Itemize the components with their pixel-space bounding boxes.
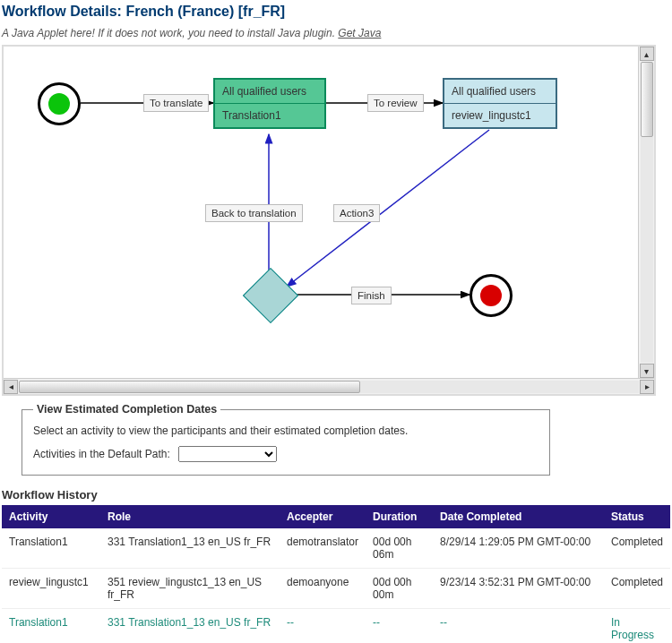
get-java-link[interactable]: Get Java bbox=[338, 27, 381, 39]
scroll-up-icon[interactable]: ▴ bbox=[640, 47, 654, 61]
cell-accepter: demotranslator bbox=[280, 528, 366, 569]
col-role: Role bbox=[100, 505, 280, 528]
scroll-right-icon[interactable]: ▸ bbox=[640, 380, 654, 394]
end-node-icon[interactable] bbox=[470, 274, 513, 317]
cell-activity: review_lingustc1 bbox=[2, 569, 100, 609]
page-title: Workflow Details: French (France) [fr_FR… bbox=[0, 0, 672, 27]
col-status: Status bbox=[604, 505, 670, 528]
cell-duration: 00d 00h 06m bbox=[366, 528, 433, 569]
role-link[interactable]: 331 Translation1_13 en_US fr_FR bbox=[108, 536, 271, 548]
cell-activity: Translation1 bbox=[2, 609, 100, 644]
edge-label-back: Back to translation bbox=[205, 204, 303, 222]
workflow-history-table: Activity Role Accepter Duration Date Com… bbox=[2, 505, 670, 643]
col-date: Date Completed bbox=[433, 505, 604, 528]
cell-date: 8/29/14 1:29:05 PM GMT-00:00 bbox=[433, 528, 604, 569]
view-estimated-desc: Select an activity to view the participa… bbox=[33, 424, 538, 437]
applet-note-text: A Java Applet here! If it does not work,… bbox=[2, 27, 335, 39]
col-activity: Activity bbox=[2, 505, 100, 528]
cell-date: 9/23/14 3:52:31 PM GMT-00:00 bbox=[433, 569, 604, 609]
canvas-hscrollbar[interactable]: ◂ ▸ bbox=[4, 378, 654, 394]
scroll-left-icon[interactable]: ◂ bbox=[4, 380, 18, 394]
canvas-vscrollbar[interactable]: ▴ ▾ bbox=[638, 47, 654, 378]
node-review-line1: All qualified users bbox=[444, 80, 556, 104]
view-estimated-fieldset: View Estimated Completion Dates Select a… bbox=[22, 403, 550, 476]
cell-status: In Progress bbox=[604, 609, 670, 644]
cell-status: Completed bbox=[604, 528, 670, 569]
table-header-row: Activity Role Accepter Duration Date Com… bbox=[2, 505, 670, 528]
scroll-down-icon[interactable]: ▾ bbox=[640, 364, 654, 378]
cell-accepter: -- bbox=[280, 609, 366, 644]
cell-status: Completed bbox=[604, 569, 670, 609]
cell-activity: Translation1 bbox=[2, 528, 100, 569]
col-accepter: Accepter bbox=[280, 505, 366, 528]
decision-node-icon[interactable] bbox=[243, 268, 298, 323]
table-row: review_lingustc1 351 review_lingustc1_13… bbox=[2, 569, 670, 609]
edge-label-to-review: To review bbox=[367, 94, 424, 112]
role-link[interactable]: 331 Translation1_13 en_US fr_FR bbox=[108, 616, 271, 629]
cell-date: -- bbox=[433, 609, 604, 644]
table-row: Translation1 331 Translation1_13 en_US f… bbox=[2, 609, 670, 644]
workflow-canvas: All qualified users Translation1 All qua… bbox=[2, 45, 656, 396]
edge-label-action3: Action3 bbox=[333, 204, 380, 222]
edge-label-finish: Finish bbox=[351, 287, 392, 304]
view-estimated-legend: View Estimated Completion Dates bbox=[33, 403, 220, 416]
node-translate[interactable]: All qualified users Translation1 bbox=[213, 78, 326, 129]
default-path-label: Activities in the Default Path: bbox=[33, 448, 170, 460]
table-row: Translation1 331 Translation1_13 en_US f… bbox=[2, 528, 670, 569]
node-review-line2: review_lingustc1 bbox=[444, 104, 556, 127]
node-translate-line2: Translation1 bbox=[215, 104, 324, 127]
workflow-history-title: Workflow History bbox=[0, 488, 672, 505]
svg-line-2 bbox=[287, 130, 489, 287]
edge-label-to-translate: To translate bbox=[143, 94, 209, 112]
role-link[interactable]: 351 review_lingustc1_13 en_US fr_FR bbox=[108, 576, 262, 601]
applet-note: A Java Applet here! If it does not work,… bbox=[0, 27, 672, 45]
cell-accepter: demoanyone bbox=[280, 569, 366, 609]
default-path-select[interactable] bbox=[178, 446, 277, 462]
col-duration: Duration bbox=[366, 505, 433, 528]
node-translate-line1: All qualified users bbox=[215, 80, 324, 104]
start-node-icon[interactable] bbox=[38, 82, 81, 125]
cell-duration: -- bbox=[366, 609, 433, 644]
workflow-canvas-inner[interactable]: All qualified users Translation1 All qua… bbox=[4, 47, 654, 378]
cell-duration: 00d 00h 00m bbox=[366, 569, 433, 609]
node-review[interactable]: All qualified users review_lingustc1 bbox=[443, 78, 557, 129]
